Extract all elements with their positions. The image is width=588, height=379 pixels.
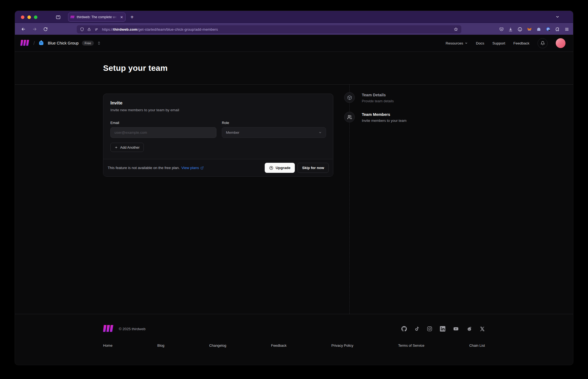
upgrade-label: Upgrade bbox=[276, 166, 290, 170]
footer-link-chain-list[interactable]: Chain List bbox=[469, 343, 485, 348]
breadcrumb-separator: / bbox=[33, 40, 35, 46]
youtube-icon[interactable] bbox=[453, 326, 459, 332]
nav-feedback[interactable]: Feedback bbox=[513, 41, 529, 45]
phantom-extension-icon[interactable] bbox=[536, 27, 541, 32]
menu-hamburger-icon[interactable] bbox=[564, 27, 569, 31]
notifications-button[interactable] bbox=[538, 38, 548, 48]
step-team-details: Team Details Provide team details bbox=[344, 92, 394, 103]
account-icon[interactable] bbox=[517, 27, 522, 32]
reload-button[interactable] bbox=[43, 27, 48, 31]
footer-links: Home Blog Changelog Feedback Privacy Pol… bbox=[103, 343, 485, 348]
email-field[interactable] bbox=[110, 127, 216, 138]
url-path: /get-started/team/blue-chick-group/add-m… bbox=[137, 27, 218, 31]
tab-close-icon[interactable]: ✕ bbox=[120, 15, 123, 19]
url-protocol: https:// bbox=[102, 27, 113, 31]
role-label: Role bbox=[222, 121, 326, 125]
github-icon[interactable] bbox=[401, 326, 407, 332]
permissions-icon[interactable] bbox=[94, 27, 99, 31]
add-another-button[interactable]: Add Another bbox=[110, 143, 144, 152]
tracking-shield-icon[interactable] bbox=[80, 27, 84, 31]
browser-window: thirdweb: The complete web3 d ✕ + bbox=[15, 11, 573, 365]
role-select[interactable]: Member bbox=[222, 127, 326, 138]
footer-link-privacy-policy[interactable]: Privacy Policy bbox=[331, 343, 353, 348]
thirdweb-footer-logo-icon[interactable] bbox=[103, 325, 114, 333]
plan-note: This feature is not available on the fre… bbox=[108, 166, 180, 170]
chevron-down-icon bbox=[465, 42, 468, 45]
thirdweb-favicon-icon bbox=[71, 15, 75, 19]
copyright-text: © 2025 thirdweb bbox=[119, 327, 146, 331]
users-icon bbox=[347, 115, 352, 120]
app-header: / Blue Chick Group Free Resources bbox=[15, 35, 573, 52]
tab-overview-icon[interactable] bbox=[56, 15, 60, 20]
skip-label: Skip for now bbox=[302, 166, 324, 170]
invite-card-footer: This feature is not available on the fre… bbox=[103, 159, 333, 176]
url-bar[interactable]: https://thirdweb.com/get-started/team/bl… bbox=[77, 25, 461, 33]
new-tab-button[interactable]: + bbox=[130, 14, 134, 20]
plan-badge: Free bbox=[82, 41, 94, 46]
team-avatar bbox=[38, 40, 44, 46]
browser-toolbar: https://thirdweb.com/get-started/team/bl… bbox=[15, 23, 573, 35]
site-footer: © 2025 thirdweb bbox=[15, 314, 573, 365]
lock-icon[interactable] bbox=[87, 27, 91, 31]
instagram-icon[interactable] bbox=[427, 326, 432, 332]
thirdweb-logo-icon[interactable] bbox=[20, 40, 30, 46]
view-plans-label: View plans bbox=[181, 166, 199, 170]
skip-for-now-button[interactable]: Skip for now bbox=[298, 163, 329, 173]
metamask-extension-icon[interactable] bbox=[527, 27, 532, 32]
user-avatar[interactable] bbox=[556, 38, 565, 48]
add-another-label: Add Another bbox=[120, 145, 140, 149]
footer-link-terms-of-service[interactable]: Terms of Service bbox=[398, 343, 424, 348]
step2-desc: Invite members to your team bbox=[362, 119, 407, 123]
step2-title: Team Members bbox=[362, 112, 407, 117]
page-title: Setup your team bbox=[103, 63, 168, 73]
url-domain: thirdweb.com bbox=[113, 27, 137, 31]
email-label: Email bbox=[110, 121, 216, 125]
downloads-icon[interactable] bbox=[508, 27, 513, 32]
invite-card-title: Invite bbox=[110, 100, 326, 106]
nav-docs[interactable]: Docs bbox=[476, 41, 484, 45]
minimize-window-button[interactable] bbox=[27, 15, 31, 19]
circle-arrow-up-icon bbox=[269, 166, 273, 170]
main-content: Invite Invite new members to your team b… bbox=[15, 85, 573, 314]
step1-desc: Provide team details bbox=[362, 99, 394, 103]
nav-resources-label: Resources bbox=[446, 41, 463, 45]
nav-support[interactable]: Support bbox=[492, 41, 505, 45]
plus-icon bbox=[114, 146, 118, 149]
step1-title: Team Details bbox=[362, 93, 394, 97]
tab-bar: thirdweb: The complete web3 d ✕ + bbox=[15, 11, 573, 23]
url-text[interactable]: https://thirdweb.com/get-started/team/bl… bbox=[102, 27, 454, 31]
wallet-extension-icon[interactable] bbox=[546, 27, 551, 32]
nav-resources[interactable]: Resources bbox=[446, 41, 468, 45]
pocket-icon[interactable] bbox=[499, 27, 504, 31]
footer-link-blog[interactable]: Blog bbox=[157, 343, 164, 348]
team-switcher-chevrons-icon[interactable] bbox=[97, 41, 101, 45]
x-twitter-icon[interactable] bbox=[480, 326, 485, 332]
invite-card-subtitle: Invite new members to your team by email bbox=[110, 108, 326, 112]
invite-card: Invite Invite new members to your team b… bbox=[103, 94, 333, 177]
maximize-window-button[interactable] bbox=[34, 15, 37, 19]
tiktok-icon[interactable] bbox=[414, 326, 419, 332]
back-button[interactable] bbox=[21, 27, 26, 32]
view-plans-link[interactable]: View plans bbox=[181, 166, 204, 170]
footer-link-feedback[interactable]: Feedback bbox=[271, 343, 286, 348]
bookmark-star-icon[interactable] bbox=[454, 27, 458, 31]
extensions-puzzle-icon[interactable] bbox=[555, 27, 560, 32]
close-window-button[interactable] bbox=[21, 15, 24, 19]
reddit-icon[interactable] bbox=[466, 326, 472, 332]
list-all-tabs-icon[interactable] bbox=[555, 15, 560, 19]
cube-icon bbox=[347, 95, 352, 100]
role-value: Member bbox=[226, 130, 239, 135]
forward-button[interactable] bbox=[32, 27, 37, 32]
linkedin-icon[interactable] bbox=[440, 326, 445, 332]
step-team-members: Team Members Invite members to your team bbox=[344, 112, 407, 123]
chevron-down-icon bbox=[318, 131, 322, 134]
footer-link-home[interactable]: Home bbox=[103, 343, 113, 348]
external-link-icon bbox=[200, 166, 204, 170]
team-name[interactable]: Blue Chick Group bbox=[48, 41, 79, 45]
browser-tab[interactable]: thirdweb: The complete web3 d ✕ bbox=[68, 12, 126, 22]
bell-icon bbox=[541, 41, 545, 45]
upgrade-button[interactable]: Upgrade bbox=[265, 163, 295, 173]
footer-link-changelog[interactable]: Changelog bbox=[209, 343, 226, 348]
traffic-lights bbox=[21, 15, 37, 19]
page-title-section: Setup your team bbox=[15, 52, 573, 85]
